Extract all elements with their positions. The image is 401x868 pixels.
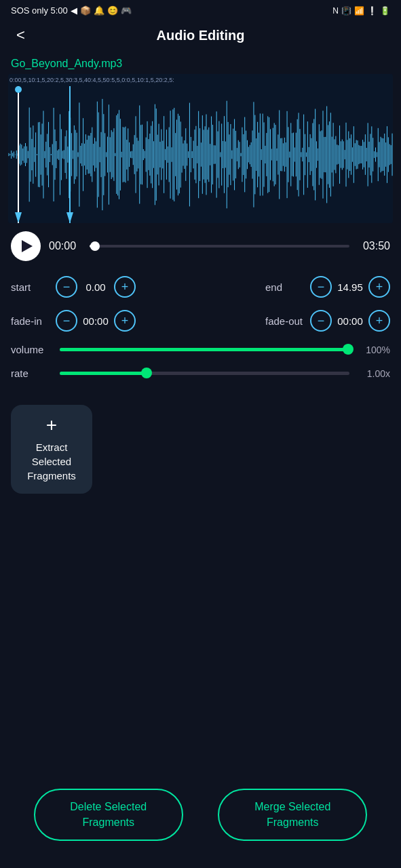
fade-row: fade-in − 00:00 + fade-out − 00:00 + [11, 310, 390, 332]
start-control: start − 0.00 + [11, 276, 136, 298]
timeline: 0:00,5,10:1,5,20:2,5,30:3,5,40:4,5,50:5,… [8, 74, 393, 86]
fade-out-value: 00:00 [332, 315, 368, 327]
status-bar: SOS only 5:00 ◀ 📦 🔔 😊 🎮 N 📳 📶 ❕ 🔋 [0, 0, 401, 18]
wifi-icon: 📶 [354, 6, 364, 16]
time-total: 03:50 [358, 240, 390, 252]
battery-alert-icon: ❕ [367, 6, 377, 16]
extract-label: ExtractSelectedFragments [27, 440, 76, 483]
rate-value: 1.00x [358, 368, 390, 379]
end-value: 14.95 [332, 281, 368, 293]
waveform-container[interactable]: 0:00,5,10:1,5,20:2,5,30:3,5,40:4,5,50:5,… [8, 74, 393, 223]
playhead-dot-top [15, 86, 22, 93]
nfc-icon: N [332, 6, 339, 16]
delete-button[interactable]: Delete SelectedFragments [34, 789, 183, 841]
controls-section: start − 0.00 + end − 14.95 + fade-in − 0… [0, 269, 401, 398]
back-button[interactable]: < [11, 24, 31, 47]
bottom-buttons: Delete SelectedFragments Merge SelectedF… [0, 789, 401, 841]
start-stepper: − 0.00 + [56, 276, 136, 298]
volume-slider[interactable] [60, 348, 349, 351]
selection-marker [69, 86, 71, 223]
fade-out-plus-button[interactable]: + [368, 310, 390, 332]
waveform-canvas[interactable] [8, 86, 393, 223]
rate-row: rate 1.00x [11, 368, 390, 379]
fade-in-stepper: − 00:00 + [56, 310, 136, 332]
battery-icon: 🔋 [380, 6, 390, 16]
start-minus-button[interactable]: − [56, 276, 77, 298]
end-label: end [265, 281, 306, 293]
time-current: 00:00 [49, 240, 81, 252]
volume-value: 100% [358, 344, 390, 355]
volume-label: volume [11, 344, 52, 355]
fade-in-minus-button[interactable]: − [56, 310, 77, 332]
volume-fill [60, 348, 349, 351]
start-end-row: start − 0.00 + end − 14.95 + [11, 276, 390, 298]
start-value: 0.00 [77, 281, 114, 293]
filename-label: Go_Beyond_Andy.mp3 [0, 55, 401, 74]
fade-out-control: fade-out − 00:00 + [265, 310, 390, 332]
rate-fill [60, 372, 147, 375]
progress-bar[interactable] [90, 245, 349, 248]
page-title: Audio Editing [157, 28, 245, 43]
extract-button[interactable]: + ExtractSelectedFragments [11, 405, 92, 494]
end-minus-button[interactable]: − [310, 276, 332, 298]
fade-out-label: fade-out [265, 315, 306, 327]
fade-in-control: fade-in − 00:00 + [11, 310, 136, 332]
end-control: end − 14.95 + [265, 276, 390, 298]
bell-icon: 🔔 [94, 5, 104, 16]
vibrate-icon: 📳 [341, 6, 351, 16]
end-plus-button[interactable]: + [368, 276, 390, 298]
waveform-area[interactable] [8, 86, 393, 223]
header: < Audio Editing [0, 18, 401, 55]
start-label: start [11, 281, 52, 293]
fade-in-value: 00:00 [77, 315, 114, 327]
status-left: SOS only 5:00 ◀ 📦 🔔 😊 🎮 [11, 5, 132, 16]
rate-label: rate [11, 368, 52, 379]
start-plus-button[interactable]: + [114, 276, 136, 298]
volume-thumb [343, 344, 354, 355]
fade-in-plus-button[interactable]: + [114, 310, 136, 332]
extract-plus-icon: + [46, 416, 57, 435]
package-icon: 📦 [80, 5, 91, 16]
play-icon [22, 240, 33, 252]
status-right: N 📳 📶 ❕ 🔋 [332, 6, 390, 16]
rate-thumb [141, 368, 152, 378]
merge-button[interactable]: Merge SelectedFragments [218, 789, 367, 841]
fade-out-stepper: − 00:00 + [310, 310, 390, 332]
end-stepper: − 14.95 + [310, 276, 390, 298]
fade-in-label: fade-in [11, 315, 52, 327]
playhead [18, 86, 19, 223]
volume-row: volume 100% [11, 344, 390, 355]
face-icon: 😊 [107, 5, 118, 16]
game-icon: 🎮 [121, 5, 132, 16]
location-icon: ◀ [71, 5, 77, 16]
rate-slider[interactable] [60, 372, 349, 375]
play-button[interactable] [11, 231, 41, 261]
status-text: SOS only 5:00 [11, 5, 68, 16]
timeline-markers: 0:00,5,10:1,5,20:2,5,30:3,5,40:4,5,50:5,… [9, 77, 174, 83]
player-controls: 00:00 03:50 [0, 223, 401, 269]
progress-thumb [90, 241, 100, 251]
fade-out-minus-button[interactable]: − [310, 310, 332, 332]
